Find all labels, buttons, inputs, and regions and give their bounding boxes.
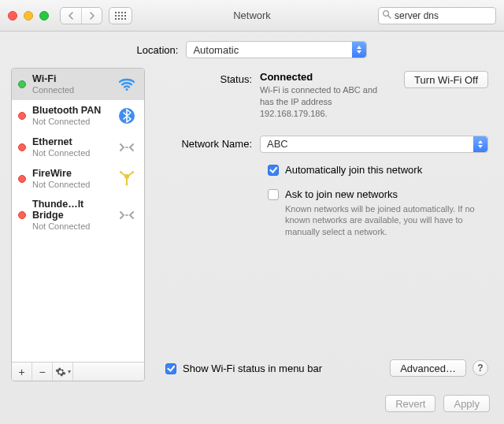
- advanced-button[interactable]: Advanced…: [390, 359, 466, 377]
- apply-button[interactable]: Apply: [443, 395, 490, 412]
- status-label: Status:: [165, 71, 260, 85]
- turn-wifi-off-button[interactable]: Turn Wi-Fi Off: [404, 71, 488, 88]
- ask-join-subtext: Known networks will be joined automatica…: [285, 203, 488, 239]
- help-button[interactable]: ?: [472, 360, 488, 376]
- location-row: Location: Automatic: [0, 32, 504, 68]
- wifi-icon: [116, 73, 138, 95]
- show-all-button[interactable]: [109, 7, 132, 24]
- service-sidebar: Wi-Fi Connected Bluetooth PAN Not Connec…: [11, 68, 145, 381]
- nav-back-forward: [60, 7, 102, 24]
- svg-line-1: [388, 16, 391, 18]
- sidebar-item-ethernet[interactable]: Ethernet Not Connected: [12, 132, 144, 163]
- content-area: Wi-Fi Connected Bluetooth PAN Not Connec…: [0, 68, 504, 389]
- network-prefs-window: Network ✕ Location: Automatic Wi-Fi: [0, 0, 504, 424]
- search-input[interactable]: [395, 10, 504, 21]
- search-icon: [382, 9, 391, 21]
- auto-join-checkbox[interactable]: [268, 165, 279, 176]
- search-field[interactable]: ✕: [378, 7, 496, 24]
- service-actions-button[interactable]: ▾: [53, 363, 73, 381]
- svg-point-4: [125, 147, 127, 148]
- sidebar-item-bluetooth[interactable]: Bluetooth PAN Not Connected: [12, 100, 144, 132]
- status-dot-icon: [18, 175, 26, 183]
- bluetooth-icon: [116, 105, 138, 127]
- svg-point-9: [126, 184, 128, 186]
- svg-point-5: [127, 147, 128, 148]
- show-status-checkbox[interactable]: [165, 363, 176, 374]
- service-status: Connected: [32, 85, 109, 95]
- thunderbolt-icon: [116, 204, 138, 226]
- status-dot-icon: [18, 211, 26, 219]
- grid-icon: [115, 12, 126, 20]
- ask-join-checkbox[interactable]: [268, 189, 279, 200]
- chevron-updown-icon: [352, 42, 366, 58]
- forward-button[interactable]: [81, 8, 102, 24]
- network-name-select[interactable]: ABC: [260, 136, 488, 153]
- service-list: Wi-Fi Connected Bluetooth PAN Not Connec…: [12, 69, 144, 362]
- ethernet-icon: [116, 136, 138, 158]
- service-name: Wi-Fi: [32, 74, 109, 85]
- location-select[interactable]: Automatic: [186, 41, 367, 58]
- location-label: Location:: [137, 44, 179, 56]
- service-status: Not Connected: [32, 221, 109, 231]
- location-value: Automatic: [193, 44, 239, 56]
- chevron-down-icon: ▾: [68, 368, 71, 375]
- show-status-label: Show Wi-Fi status in menu bar: [183, 363, 384, 374]
- remove-service-button[interactable]: −: [32, 363, 53, 381]
- status-value: Connected: [260, 71, 388, 83]
- svg-point-2: [126, 88, 128, 91]
- sidebar-item-wifi[interactable]: Wi-Fi Connected: [12, 69, 144, 100]
- chevron-updown-icon: [473, 136, 487, 152]
- svg-point-10: [125, 214, 127, 216]
- titlebar: Network ✕: [0, 0, 504, 32]
- service-status: Not Connected: [32, 117, 109, 126]
- sidebar-footer: + − ▾: [12, 362, 144, 381]
- svg-point-7: [120, 171, 122, 173]
- back-button[interactable]: [61, 8, 81, 24]
- network-name-label: Network Name:: [165, 136, 260, 150]
- status-dot-icon: [18, 112, 26, 120]
- svg-point-11: [127, 214, 128, 216]
- footer: Revert Apply: [0, 389, 504, 424]
- service-name: FireWire: [32, 169, 109, 180]
- svg-point-8: [132, 171, 134, 173]
- close-icon[interactable]: [8, 11, 17, 20]
- ask-join-label: Ask to join new networks: [285, 188, 398, 200]
- zoom-icon[interactable]: [39, 11, 49, 20]
- service-name: Ethernet: [32, 137, 109, 148]
- revert-button[interactable]: Revert: [385, 395, 435, 412]
- minimize-icon[interactable]: [24, 11, 33, 20]
- sidebar-item-firewire[interactable]: FireWire Not Connected: [12, 163, 144, 195]
- status-dot-icon: [18, 143, 26, 151]
- service-status: Not Connected: [32, 148, 109, 158]
- gear-icon: [55, 366, 66, 378]
- firewire-icon: [116, 168, 138, 190]
- service-status: Not Connected: [32, 180, 109, 189]
- auto-join-label: Automatically join this network: [285, 164, 422, 176]
- add-service-button[interactable]: +: [12, 363, 32, 381]
- service-name: Bluetooth PAN: [32, 106, 109, 117]
- traffic-lights: [8, 11, 49, 20]
- network-name-value: ABC: [267, 138, 288, 150]
- detail-panel: Status: Connected Wi-Fi is connected to …: [153, 68, 493, 381]
- status-subtext: Wi-Fi is connected to ABC and has the IP…: [260, 84, 388, 120]
- status-dot-icon: [18, 80, 26, 88]
- service-name: Thunde…lt Bridge: [32, 199, 109, 221]
- sidebar-item-thunderbolt[interactable]: Thunde…lt Bridge Not Connected: [12, 195, 144, 236]
